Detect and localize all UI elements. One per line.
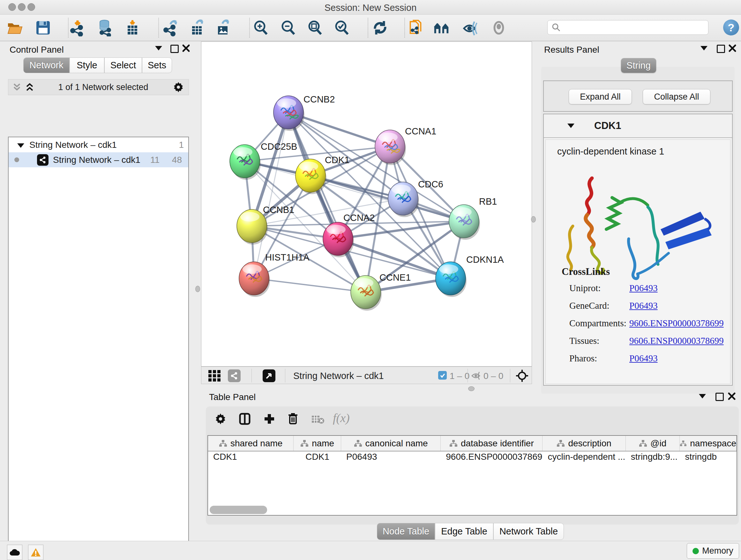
birdseye-view-icon[interactable] xyxy=(263,369,275,382)
export-network-icon[interactable] xyxy=(162,19,179,37)
show-all-icon[interactable] xyxy=(490,19,508,37)
export-table-icon[interactable] xyxy=(189,19,206,37)
table-panel-float-icon[interactable] xyxy=(716,393,724,401)
left-splitter-handle[interactable] xyxy=(195,286,200,292)
control-panel-float-icon[interactable] xyxy=(171,45,179,53)
table-panel-menu-icon[interactable] xyxy=(699,394,706,398)
expand-all-icon[interactable] xyxy=(25,83,34,91)
table-cell[interactable]: cyclin-dependent ... xyxy=(542,452,625,462)
tab-string[interactable]: String xyxy=(621,58,656,73)
node-CCNB1[interactable]: CCNB1 xyxy=(237,205,294,245)
table-cell[interactable]: stringdb:9... xyxy=(626,452,680,462)
tab-network-table[interactable]: Network Table xyxy=(493,523,564,540)
node-CDKN1A[interactable]: CDKN1A xyxy=(435,254,504,297)
collapse-all-icon[interactable] xyxy=(13,83,21,91)
fit-selection-crosshair-icon[interactable] xyxy=(515,369,529,382)
crosslink-link[interactable]: P06493 xyxy=(629,300,658,311)
table-row[interactable]: CDK1CDK1P064939606.ENSP00000378699cyclin… xyxy=(208,451,737,462)
open-session-icon[interactable] xyxy=(6,19,23,37)
zoom-in-icon[interactable] xyxy=(252,19,269,37)
control-panel-menu-icon[interactable] xyxy=(155,46,162,51)
zoom-out-icon[interactable] xyxy=(280,19,297,37)
node-HIST1H1A[interactable]: HIST1H1A xyxy=(239,252,310,297)
edge-HIST1H1A-CCNE1[interactable] xyxy=(254,278,366,292)
import-table-icon[interactable] xyxy=(124,19,141,37)
grid-view-icon[interactable] xyxy=(208,369,222,383)
zoom-fit-icon[interactable] xyxy=(307,19,324,37)
tab-network[interactable]: Network xyxy=(23,57,70,73)
save-session-icon[interactable] xyxy=(35,19,52,37)
node-label-CCNA2: CCNA2 xyxy=(343,212,375,223)
column-header-database-identifier[interactable]: database identifier xyxy=(441,436,542,451)
add-column-plus-icon[interactable] xyxy=(263,413,275,425)
node-CDC25B[interactable]: CDC25B xyxy=(230,141,297,180)
import-network-file-icon[interactable] xyxy=(69,19,86,37)
selected-nodes-checkbox[interactable] xyxy=(438,371,447,380)
node-gloss xyxy=(277,98,296,108)
column-header-name[interactable]: name xyxy=(293,436,341,451)
table-cell[interactable]: CDK1 xyxy=(293,452,341,462)
crosslinks-title: CrossLinks xyxy=(562,266,610,277)
node-RB1[interactable]: RB1 xyxy=(449,196,497,240)
horizontal-scrollbar[interactable] xyxy=(210,506,267,514)
right-splitter-handle[interactable] xyxy=(531,216,536,223)
show-columns-icon[interactable] xyxy=(239,413,251,425)
node-gloss xyxy=(379,132,398,142)
zoom-selected-icon[interactable] xyxy=(333,19,350,37)
tab-sets[interactable]: Sets xyxy=(142,57,172,73)
column-header--id[interactable]: @id xyxy=(626,436,680,451)
node-CCNA1[interactable]: CCNA1 xyxy=(375,126,436,165)
column-header-canonical-name[interactable]: canonical name xyxy=(341,436,441,451)
tab-node-table[interactable]: Node Table xyxy=(377,523,435,540)
network-share-icon[interactable] xyxy=(228,369,241,382)
help-button[interactable]: ? xyxy=(723,19,739,36)
new-network-from-selection-icon[interactable] xyxy=(407,19,424,37)
cloud-status-button[interactable] xyxy=(7,545,22,560)
hide-selected-icon[interactable] xyxy=(462,19,479,37)
results-panel-close-icon[interactable] xyxy=(728,44,737,52)
column-header-namespace[interactable]: namespace xyxy=(680,436,737,451)
crosslink-label: Uniprot: xyxy=(569,283,601,294)
network-tree-row-selected[interactable]: String Network – cdk1 11 48 xyxy=(9,152,188,167)
warnings-button[interactable] xyxy=(28,545,44,560)
crosslink-label: Tissues: xyxy=(569,335,599,346)
search-input[interactable] xyxy=(547,20,709,35)
network-view-toolbar: String Network – cdk1 1 – 0 0 – 0 xyxy=(201,367,532,384)
import-network-database-icon[interactable] xyxy=(97,19,114,37)
crosslink-link[interactable]: P06493 xyxy=(629,353,658,364)
crosslink-link[interactable]: 9606.ENSP00000378699 xyxy=(629,318,724,328)
memory-button[interactable]: Memory xyxy=(687,543,739,559)
network-tree-root-row[interactable]: String Network – cdk1 1 xyxy=(9,137,188,152)
crosslink-link[interactable]: P06493 xyxy=(629,283,658,294)
memory-label: Memory xyxy=(702,546,733,556)
collapse-all-button[interactable]: Collapse All xyxy=(643,89,711,105)
crosslink-link[interactable]: 9606.ENSP00000378699 xyxy=(629,335,724,346)
separator xyxy=(510,369,510,382)
results-panel-float-icon[interactable] xyxy=(717,45,725,53)
delete-column-trash-icon[interactable] xyxy=(287,412,299,425)
column-header-description[interactable]: description xyxy=(542,436,625,451)
table-cell[interactable]: CDK1 xyxy=(208,452,293,462)
tab-edge-table[interactable]: Edge Table xyxy=(435,523,493,540)
gene-collapse-arrow-icon[interactable] xyxy=(567,124,575,128)
table-cell[interactable]: P06493 xyxy=(341,452,441,462)
first-neighbors-icon[interactable] xyxy=(433,19,450,37)
export-image-icon[interactable] xyxy=(215,19,232,37)
table-cell[interactable]: 9606.ENSP00000378699 xyxy=(441,452,542,462)
tab-style[interactable]: Style xyxy=(70,57,105,73)
node-CCNE1[interactable]: CCNE1 xyxy=(351,272,411,311)
collapse-arrow-icon[interactable] xyxy=(17,140,24,150)
table-settings-gear-icon[interactable] xyxy=(214,413,226,425)
column-header-shared-name[interactable]: shared name xyxy=(208,436,293,451)
control-panel-close-icon[interactable] xyxy=(182,44,190,52)
network-canvas[interactable]: CCNB2CCNA1CDC25BCDK1CDC6RB1CCNB1CCNA2CDK… xyxy=(201,42,532,367)
gene-header-row[interactable]: CDK1 xyxy=(544,114,732,138)
gear-icon[interactable] xyxy=(173,81,184,93)
tab-select[interactable]: Select xyxy=(105,57,142,73)
expand-all-button[interactable]: Expand All xyxy=(569,89,632,105)
results-panel-menu-icon[interactable] xyxy=(700,46,708,51)
refresh-layout-icon[interactable] xyxy=(372,19,389,37)
table-panel-close-icon[interactable] xyxy=(728,392,736,400)
node-label-HIST1H1A: HIST1H1A xyxy=(265,252,310,262)
table-cell[interactable]: stringdb xyxy=(680,452,737,462)
